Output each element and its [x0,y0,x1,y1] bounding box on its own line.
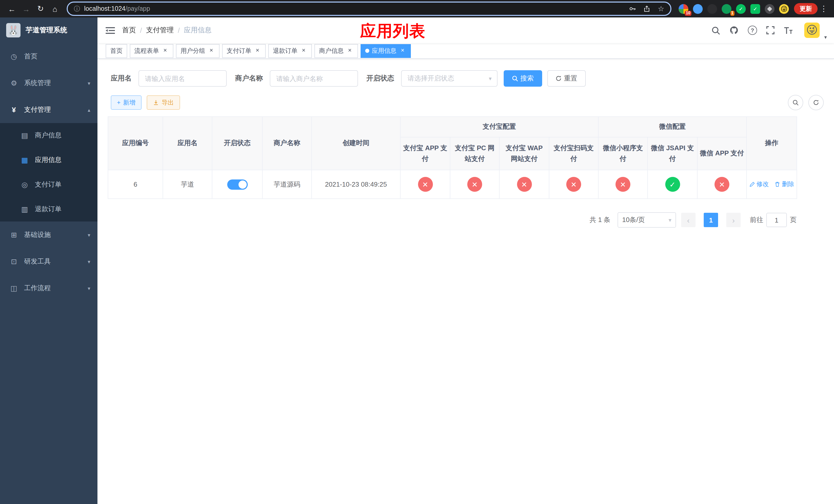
active-dot [365,49,369,53]
tab-user-group[interactable]: 用户分组× [176,44,220,58]
cell-app-name: 芋道 [163,170,212,199]
app-name-input[interactable] [138,70,226,87]
status-icon-alipay-qr: ✕ [566,177,581,192]
export-button[interactable]: 导出 [147,95,180,110]
tab-pay-order[interactable]: 支付订单× [222,44,266,58]
tab-label: 支付订单 [227,46,251,55]
table-toolbar: + 新增 导出 [111,95,824,110]
browser-reload-button[interactable]: ↻ [34,2,47,15]
browser-home-button[interactable]: ⌂ [48,2,62,15]
status-select[interactable]: 请选择开启状态 ▾ [401,70,497,87]
tab-merchant-info[interactable]: 商户信息× [314,44,358,58]
tab-home[interactable]: 首页 [106,44,127,58]
breadcrumb-separator: / [140,26,142,34]
site-info-icon[interactable]: ⓘ [74,4,80,13]
cell-app-id: 6 [108,170,163,199]
close-icon[interactable]: × [346,47,353,54]
breadcrumb-payment[interactable]: 支付管理 [146,26,174,35]
sidebar-item-devtools[interactable]: ⊡ 研发工具 ▾ [0,248,97,275]
status-icon-wechat-mini: ✕ [615,177,630,192]
browser-back-button[interactable]: ← [5,2,19,15]
app-logo: 🐰 芋道管理系统 [0,18,97,43]
status-select-placeholder: 请选择开启状态 [408,74,454,83]
close-icon[interactable]: × [254,47,261,54]
extension-icon-2[interactable] [693,4,703,14]
yen-icon: ¥ [10,106,18,114]
sidebar-item-merchant-info[interactable]: ▤ 商户信息 [0,123,97,148]
close-icon[interactable]: × [300,47,307,54]
app-title: 芋道管理系统 [26,26,67,35]
screen: ← → ↻ ⌂ ⓘ localhost:1024/pay/app ☆ 10 1 … [0,0,834,504]
bookmark-star-icon[interactable]: ☆ [658,5,664,12]
add-button[interactable]: + 新增 [111,95,141,110]
refresh-table-button[interactable] [808,95,824,110]
tab-label: 退款订单 [273,46,298,55]
close-icon[interactable]: × [208,47,215,54]
browser-forward-button[interactable]: → [20,2,33,15]
col-enabled: 开启状态 [212,117,262,170]
reset-button[interactable]: 重置 [547,70,586,87]
extension-icon-4[interactable]: 1 [722,4,731,14]
breadcrumb-home[interactable]: 首页 [122,26,136,35]
tab-label: 首页 [110,46,123,55]
chevron-down-icon: ▾ [88,259,90,264]
extension-icon-7[interactable] [765,4,774,14]
fullscreen-icon[interactable] [766,26,774,35]
close-icon[interactable]: × [161,47,169,54]
address-bar[interactable]: ⓘ localhost:1024/pay/app ☆ [67,2,672,16]
sidebar-item-infrastructure[interactable]: ⊞ 基础设施 ▾ [0,222,97,248]
extension-icon-3[interactable] [707,4,717,14]
extension-icon-1[interactable]: 10 [679,4,688,14]
user-avatar[interactable]: 😜 ▾ [804,23,826,38]
help-icon[interactable]: ? [748,26,757,35]
col-app-id: 应用编号 [108,117,163,170]
col-alipay-app: 支付宝 APP 支付 [400,137,450,170]
header-search-icon[interactable] [711,26,720,35]
close-icon[interactable]: × [399,47,406,54]
extension-icon-5[interactable]: ✓ [736,4,746,14]
password-key-icon[interactable] [629,5,636,12]
sidebar-item-refund-order[interactable]: ▥ 退款订单 [0,197,97,222]
export-button-label: 导出 [161,98,174,107]
cell-created-at: 2021-10-23 08:49:25 [312,170,400,199]
extension-icon-8[interactable]: 😜 [779,4,789,14]
toggle-search-button[interactable] [788,95,803,110]
sidebar-item-workflow[interactable]: ◫ 工作流程 ▾ [0,275,97,301]
page-number-1[interactable]: 1 [704,213,718,227]
status-label: 开启状态 [367,74,394,83]
font-size-icon[interactable] [784,26,793,34]
browser-update-button[interactable]: 更新 [794,3,818,14]
browser-toolbar: ← → ↻ ⌂ ⓘ localhost:1024/pay/app ☆ 10 1 … [0,0,834,18]
sidebar-collapse-icon[interactable] [106,26,115,34]
edit-link[interactable]: 修改 [749,180,769,189]
sidebar-item-label: 支付订单 [35,180,62,189]
sidebar-item-system[interactable]: ⚙ 系统管理 ▾ [0,70,97,96]
extension-icon-6[interactable]: ✓ [750,4,760,14]
status-icon-alipay-pc: ✕ [467,177,482,192]
delete-link[interactable]: 删除 [775,180,794,189]
page-size-select[interactable]: 10条/页 ▾ [618,212,676,228]
pagination: 共 1 条 10条/页 ▾ ‹ 1 › 前往 页 [108,212,796,228]
browser-menu-icon[interactable]: ⋮ [819,4,829,13]
sidebar-item-payment[interactable]: ¥ 支付管理 ▴ [0,96,97,123]
page-size-value: 10条/页 [622,215,645,225]
sidebar-item-app-info[interactable]: ▦ 应用信息 [0,148,97,172]
table-row: 6 芋道 芋道源码 2021-10-23 08:49:25 ✕ ✕ ✕ ✕ ✕ … [108,170,797,199]
chevron-down-icon: ▾ [88,80,90,86]
prev-page-button[interactable]: ‹ [681,213,696,227]
sidebar-item-home[interactable]: ◷ 首页 [0,43,97,70]
tab-process-form[interactable]: 流程表单× [130,44,173,58]
merchant-name-input[interactable] [269,70,358,87]
tab-app-info[interactable]: 应用信息× [360,44,411,58]
next-page-button[interactable]: › [726,213,741,227]
app-enabled-switch[interactable] [227,179,247,189]
github-icon[interactable] [729,26,739,35]
tab-refund-order[interactable]: 退款订单× [268,44,312,58]
share-icon[interactable] [643,5,651,12]
grid-icon: ▦ [21,156,29,164]
search-button[interactable]: 搜索 [503,70,542,87]
sidebar-item-pay-order[interactable]: ◎ 支付订单 [0,172,97,197]
plus-icon: + [117,99,120,106]
goto-page-input[interactable] [766,213,787,227]
tab-label: 商户信息 [319,46,344,55]
